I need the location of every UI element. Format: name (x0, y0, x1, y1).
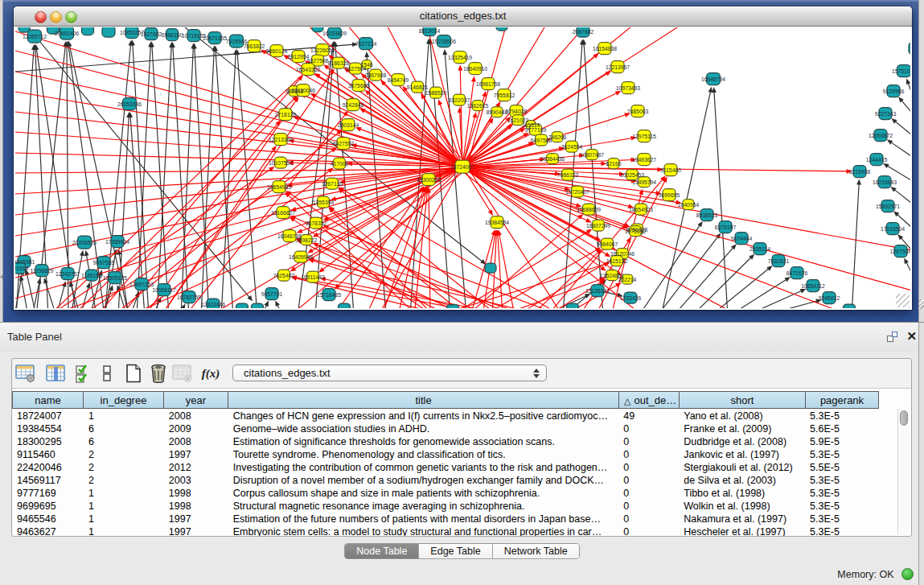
cell-pagerank[interactable]: 5.3E-5 (806, 448, 879, 461)
window-titlebar[interactable]: citations_edges.txt (14, 6, 912, 27)
cell-pagerank[interactable]: 5.3E-5 (806, 487, 879, 500)
graph-edge[interactable] (714, 90, 728, 308)
cell-title[interactable]: Estimation of significance thresholds fo… (229, 435, 620, 448)
collapse-left-icon[interactable] (0, 274, 3, 279)
graph-edge[interactable] (852, 182, 859, 308)
cell-out_de[interactable]: 0 (619, 525, 680, 536)
cell-short[interactable]: Dudbridge et al. (2008) (680, 435, 806, 448)
graph-edge[interactable] (462, 79, 474, 167)
column-header-name[interactable]: name (12, 391, 84, 409)
tab-edge-table[interactable]: Edge Table (419, 544, 492, 558)
scrollbar-thumb[interactable] (900, 410, 908, 426)
graph-node[interactable] (252, 303, 264, 308)
column-header-title[interactable]: title (228, 391, 619, 409)
cell-out_de[interactable]: 0 (619, 422, 680, 435)
graph-edge[interactable] (195, 46, 209, 308)
cell-short[interactable]: de Silva et al. (2003) (680, 474, 806, 487)
table-row[interactable]: 1830029562008Estimation of significance … (13, 435, 879, 448)
cell-title[interactable]: Changes of HCN gene expression and I(f) … (229, 410, 620, 422)
table-row[interactable]: 946362711997Embryonic stem cells: a mode… (13, 525, 879, 536)
graph-edge[interactable] (499, 278, 602, 308)
table-row[interactable]: 1456911722003Disruption of a novel membe… (13, 474, 879, 487)
cell-out_de[interactable]: 49 (619, 410, 680, 422)
new-column-icon[interactable] (122, 362, 145, 385)
graph-edge[interactable] (15, 153, 464, 165)
cell-out_de[interactable]: 0 (619, 435, 680, 448)
cell-in_degree[interactable]: 1 (84, 410, 165, 422)
cell-name[interactable]: 18300295 (13, 435, 84, 448)
cell-name[interactable]: 9699695 (13, 500, 84, 513)
graph-node[interactable] (447, 305, 459, 309)
graph-node[interactable] (485, 263, 496, 273)
cell-name[interactable]: 9115460 (13, 448, 84, 461)
network-graph[interactable]: 1205571220691406108532571527602696616010… (15, 27, 910, 308)
function-builder-icon[interactable]: f(x) (199, 362, 222, 385)
cell-in_degree[interactable]: 2 (84, 474, 165, 487)
graph-node[interactable] (82, 27, 94, 35)
graph-node[interactable] (339, 303, 351, 308)
cell-pagerank[interactable]: 5.3E-5 (806, 513, 879, 525)
graph-edge[interactable] (465, 167, 910, 290)
table-row[interactable]: 2242004622012Investigating the contribut… (13, 461, 879, 474)
graph-edge[interactable] (216, 48, 233, 308)
table-scrollbar[interactable] (897, 409, 910, 534)
cell-name[interactable]: 14569117 (13, 474, 84, 487)
cell-short[interactable]: Yano et al. (2008) (680, 410, 806, 422)
cell-in_degree[interactable]: 1 (84, 525, 165, 536)
cell-name[interactable]: 9463627 (13, 525, 84, 536)
cell-year[interactable]: 2008 (165, 410, 229, 422)
graph-node[interactable] (567, 303, 579, 308)
cell-short[interactable]: Tibbo et al. (1998) (680, 487, 806, 500)
cell-pagerank[interactable]: 5.3E-5 (806, 474, 879, 487)
cell-name[interactable]: 22420046 (13, 461, 84, 474)
graph-edge[interactable] (21, 278, 28, 308)
cell-short[interactable]: Franke et al. (2009) (680, 422, 806, 435)
cell-short[interactable]: Jankovic et al. (1997) (680, 448, 806, 461)
cell-name[interactable]: 19384554 (13, 422, 84, 435)
graph-node[interactable] (496, 27, 507, 31)
table-mode-icon[interactable] (14, 362, 37, 385)
cell-in_degree[interactable]: 6 (84, 422, 165, 435)
graph-edge[interactable] (429, 190, 430, 308)
cell-pagerank[interactable]: 5.9E-5 (806, 435, 879, 448)
cell-in_degree[interactable]: 1 (84, 513, 165, 525)
cell-title[interactable]: Estimation of the future numbers of pati… (229, 513, 620, 525)
table-select[interactable]: citations_edges.txt (232, 365, 547, 381)
network-canvas[interactable]: 1205571220691406108532571527602696616010… (15, 27, 910, 308)
network-window[interactable]: citations_edges.txt 12055712206914061085… (14, 6, 912, 310)
graph-edge[interactable] (221, 52, 236, 308)
cell-title[interactable]: Investigating the contribution of common… (229, 461, 620, 474)
column-header-out_de[interactable]: △out_de… (619, 391, 680, 409)
delete-column-icon[interactable] (147, 362, 170, 385)
window-resize-grip[interactable] (896, 294, 910, 307)
cell-year[interactable]: 2009 (165, 422, 229, 435)
graph-edge[interactable] (414, 190, 428, 308)
graph-edge[interactable] (893, 188, 910, 203)
cell-in_degree[interactable]: 2 (84, 448, 165, 461)
cell-out_de[interactable]: 0 (619, 474, 680, 487)
table-row[interactable]: 1872400712008Changes of HCN gene express… (13, 410, 879, 422)
cell-name[interactable]: 9777169 (13, 487, 84, 500)
cell-short[interactable]: Wolkin et al. (1998) (680, 500, 806, 513)
cell-title[interactable]: Structural magnetic resonance image aver… (229, 500, 620, 513)
cell-out_de[interactable]: 0 (619, 513, 680, 525)
graph-edge[interactable] (15, 167, 458, 236)
tab-network-table[interactable]: Network Table (493, 544, 579, 558)
graph-edge[interactable] (729, 278, 788, 308)
cell-title[interactable]: Tourette syndrome. Phenomenology and cla… (229, 448, 620, 461)
cell-out_de[interactable]: 0 (619, 487, 680, 500)
table-row[interactable]: 977716911998Corpus callosum shape and si… (13, 487, 879, 500)
cell-title[interactable]: Disruption of a novel member of a sodium… (229, 474, 620, 487)
cell-pagerank[interactable]: 5.5E-5 (806, 461, 879, 474)
graph-node[interactable] (844, 304, 856, 308)
graph-edge[interactable] (761, 301, 819, 308)
cell-out_de[interactable]: 0 (619, 461, 680, 474)
cell-title[interactable]: Embryonic stem cells: a model to study s… (229, 525, 620, 536)
cell-pagerank[interactable]: 5.3E-5 (806, 410, 879, 422)
cell-pagerank[interactable]: 5.6E-5 (806, 422, 879, 435)
table-row[interactable]: 1938455462009Genome–wide association stu… (13, 422, 879, 435)
column-header-pagerank[interactable]: pagerank (806, 391, 879, 409)
close-icon[interactable]: ✕ (906, 329, 917, 344)
graph-edge[interactable] (152, 44, 169, 308)
results-panel-edge[interactable] (918, 0, 924, 322)
